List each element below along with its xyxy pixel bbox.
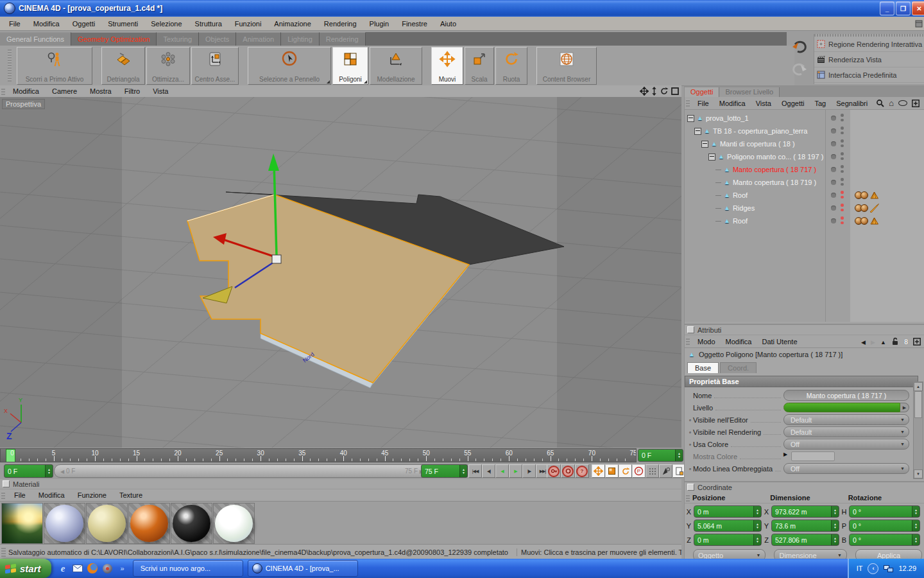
link-icon[interactable]: 8 <box>904 338 908 346</box>
pan-icon[interactable] <box>640 87 649 96</box>
add-panel-icon[interactable] <box>913 338 921 346</box>
collapse-icon[interactable] <box>708 153 715 161</box>
record-rotation-toggle[interactable] <box>619 464 632 478</box>
ie-icon[interactable]: e <box>58 563 69 574</box>
tree-item-manto-copertura-18-719[interactable]: ▲ Manto copertura ( 18 719 ) <box>685 176 924 189</box>
clock[interactable]: 12.29 <box>898 565 916 572</box>
tool-content-browser[interactable]: Content Browser <box>536 47 597 85</box>
record-position-toggle[interactable] <box>592 464 605 478</box>
rotate-icon[interactable] <box>660 87 669 96</box>
om-menu-oggetti[interactable]: Oggetti <box>776 99 809 108</box>
visibility-dots[interactable] <box>841 152 844 160</box>
viewport-menu-modifica[interactable]: Modifica <box>6 86 46 96</box>
tool-scorri-a-primo-attivo[interactable]: Scorri a Primo Attivo <box>17 47 92 85</box>
scroll-thumb[interactable] <box>914 391 922 418</box>
palette-tab-general-functions[interactable]: General Functions <box>0 32 71 46</box>
viewport-camera-label[interactable]: Prospettiva <box>2 99 45 109</box>
timeline-ruler[interactable]: 051015202530354045505560657075 <box>0 448 637 462</box>
visibility-dots[interactable] <box>841 114 844 121</box>
home-icon[interactable]: ⌂ <box>889 99 894 107</box>
command-renderizza-vista[interactable]: Renderizza Vista <box>814 52 924 67</box>
visibility-dots[interactable] <box>841 204 844 211</box>
layer-dot[interactable] <box>831 193 836 198</box>
mostra-colore-swatch[interactable] <box>791 451 835 461</box>
om-menu-file[interactable]: File <box>692 99 714 108</box>
restore-button[interactable]: ❐ <box>896 1 911 15</box>
undo-icon[interactable] <box>789 35 810 58</box>
viewport-3d-scene[interactable]: Nord Y X Z <box>0 97 681 448</box>
menu-file[interactable]: File <box>3 19 27 29</box>
layer-dot[interactable] <box>831 218 836 223</box>
tool-ottimizza[interactable]: Ottimizza... <box>146 47 190 85</box>
material-landscape[interactable] <box>1 503 43 544</box>
layer-dot[interactable] <box>831 128 836 134</box>
redo-icon[interactable] <box>789 58 810 80</box>
record-parameter-toggle[interactable]: P <box>632 464 646 478</box>
modo-linea-ombreggiata-dropdown[interactable]: Off▼ <box>783 463 909 474</box>
expand-arrow-icon[interactable]: ▶ <box>783 451 787 461</box>
material-tag-icon[interactable] <box>860 191 868 199</box>
back-icon[interactable]: ◀ <box>861 338 866 346</box>
layer-dot[interactable] <box>831 180 836 185</box>
palette-tab-texturing[interactable]: Texturing <box>157 32 199 46</box>
attr-tab-base[interactable]: Base <box>687 362 719 373</box>
viewport-menu-mostra[interactable]: Mostra <box>83 86 118 96</box>
om-menu-segnalibri[interactable]: Segnalibri <box>831 99 873 108</box>
record-objects-button[interactable] <box>561 464 575 478</box>
coord-h-0[interactable]: 0 °▲▼ <box>849 505 920 518</box>
tree-item-roof[interactable]: ▲ Roof <box>685 215 924 227</box>
layer-dot[interactable] <box>831 206 836 211</box>
start-button[interactable]: start <box>0 559 51 578</box>
object-tags[interactable] <box>855 204 879 213</box>
tree-item-poligono-manto-co-18-197[interactable]: ▲ Poligono manto co... ( 18 197 ) <box>685 150 924 163</box>
tool-poligoni[interactable]: Poligoni <box>332 47 368 85</box>
menu-modifica[interactable]: Modifica <box>27 19 66 29</box>
prev-key-button[interactable]: ◀| <box>482 464 495 478</box>
om-menu-modifica[interactable]: Modifica <box>714 99 751 108</box>
menu-funzioni[interactable]: Funzioni <box>228 19 268 29</box>
nome-field[interactable]: Manto copertura ( 18 717 ) <box>783 390 909 401</box>
menu-aiuto[interactable]: Aiuto <box>434 19 463 29</box>
menu-strumenti[interactable]: Strumenti <box>101 19 144 29</box>
eye-icon[interactable] <box>898 100 907 106</box>
window-gadget-icon[interactable] <box>915 20 923 28</box>
materials-menu-file[interactable]: File <box>8 490 32 500</box>
panel-pin-box[interactable] <box>3 480 10 487</box>
coord-z-0-m[interactable]: 0 m▲▼ <box>694 534 762 546</box>
tool-muovi[interactable]: Muovi <box>431 47 463 85</box>
forward-icon[interactable]: ▶ <box>871 338 875 346</box>
layer-dot[interactable] <box>831 154 836 159</box>
usa-colore-dropdown[interactable]: Off▼ <box>783 439 909 450</box>
material-blue-sphere[interactable] <box>44 503 85 544</box>
materials-menu-funzione[interactable]: Funzione <box>71 490 113 500</box>
command-interfaccia-predefinita[interactable]: Interfaccia Predefinita <box>814 67 924 83</box>
network-icon[interactable] <box>884 565 893 573</box>
section-header[interactable]: Proprietà Base <box>685 376 918 387</box>
material-tag-icon[interactable] <box>860 217 868 225</box>
layer-dot[interactable] <box>831 167 836 172</box>
palette-tab-animation[interactable]: Animation <box>236 32 281 46</box>
object-tags[interactable] <box>855 216 879 225</box>
material-orange-sphere[interactable] <box>128 503 170 544</box>
materials-menu-texture[interactable]: Texture <box>113 490 149 500</box>
menu-finestre[interactable]: Finestre <box>395 19 434 29</box>
menu-animazione[interactable]: Animazione <box>268 19 317 29</box>
coord-p-0[interactable]: 0 °▲▼ <box>849 520 920 532</box>
tree-item-manti-di-copertura-18[interactable]: ▲ Manti di copertura ( 18 ) <box>685 137 924 150</box>
tool-scala[interactable]: Scala <box>465 47 494 85</box>
panel-pin-box[interactable] <box>687 484 694 491</box>
scroll-down-icon[interactable]: ▼ <box>914 469 923 478</box>
tree-item-roof[interactable]: ▲ Roof <box>685 189 924 202</box>
range-start-field[interactable]: 0 F▲▼ <box>4 464 53 478</box>
menu-plugin[interactable]: Plugin <box>363 19 396 29</box>
coord-x-0-m[interactable]: 0 m▲▼ <box>694 505 762 518</box>
menu-struttura[interactable]: Struttura <box>189 19 228 29</box>
record-help-button[interactable]: ? <box>575 464 589 478</box>
material-white-sphere[interactable] <box>213 503 255 544</box>
task-cinema-4d-prova[interactable]: CINEMA 4D - [prova_... <box>248 560 358 577</box>
coord-z-527-806-m[interactable]: 527.806 m▲▼ <box>771 534 839 546</box>
visibility-dots[interactable] <box>841 178 844 186</box>
attributes-scrollbar[interactable]: ▲ ▼ <box>913 381 923 479</box>
palette-tab-lighting[interactable]: Lighting <box>281 32 320 46</box>
attr-menu-dati-utente[interactable]: Dati Utente <box>757 337 803 346</box>
